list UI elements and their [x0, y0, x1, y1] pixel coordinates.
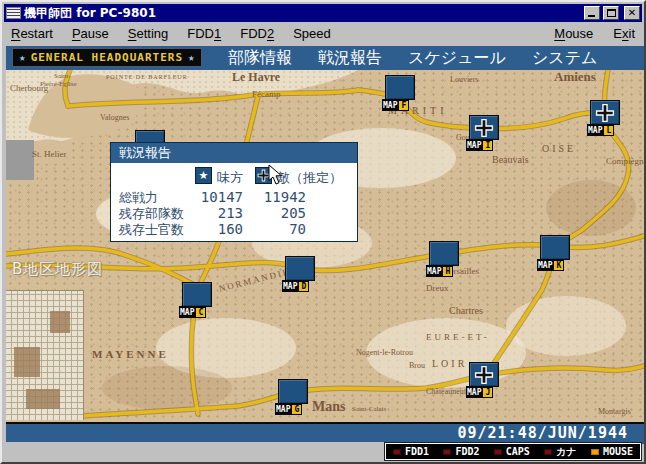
menu-bar: RestartPauseSettingFDD1FDD2Speed MouseEx…	[4, 22, 642, 44]
place-name: Cherbourg	[10, 84, 48, 93]
led-icon	[393, 449, 401, 455]
game-menu-item[interactable]: 戦況報告	[318, 48, 382, 69]
marker-prefix: MAP	[180, 308, 194, 317]
map-marker-C[interactable]	[182, 282, 212, 307]
marker-letter: L	[604, 126, 613, 135]
marker-prefix: MAP	[467, 388, 481, 397]
menu-item-exit[interactable]: Exit	[613, 26, 635, 41]
game-menu-item[interactable]: スケジュール	[408, 48, 506, 69]
german-cross-icon	[595, 103, 615, 123]
map-marker-I[interactable]	[469, 115, 499, 140]
map-marker-label-H[interactable]: MAPH	[426, 265, 453, 277]
map-marker-label-G[interactable]: MAPG	[275, 403, 302, 415]
inset-block	[14, 347, 40, 377]
bottom-status-bar: FDD1FDD2CAPSカナMOUSE	[4, 442, 642, 460]
inset-map-label: B地区地形図	[12, 260, 103, 279]
map-marker-label-C[interactable]: MAPC	[179, 306, 206, 318]
marker-prefix: MAP	[467, 141, 481, 150]
map-gray-block	[6, 140, 34, 180]
menu-item-pause[interactable]: Pause	[72, 26, 109, 41]
maximize-button[interactable]	[603, 6, 619, 20]
place-name: Beauvais	[492, 155, 529, 165]
place-name: St. Helier	[32, 150, 67, 159]
report-row-label: 残存士官数	[119, 221, 184, 239]
battle-report-dialog: 戦況報告 ★ 味方 敵（推定） 総戦力1014711942残存部隊数213205…	[110, 142, 358, 242]
map-marker-label-L[interactable]: MAPL	[587, 124, 614, 136]
indicator-mouse: MOUSE	[591, 446, 633, 457]
indicator-fdd1: FDD1	[393, 446, 429, 457]
map-marker-label-J[interactable]: MAPJ	[466, 386, 493, 398]
place-name: Dreux	[426, 284, 449, 293]
map-marker-label-I[interactable]: MAPI	[466, 139, 493, 151]
map-marker-L[interactable]	[590, 100, 620, 125]
report-enemy-value: 11942	[248, 189, 306, 205]
map-marker-label-K[interactable]: MAPK	[537, 259, 564, 271]
map-marker-label-D[interactable]: MAPD	[282, 280, 309, 292]
marker-letter: K	[554, 261, 563, 270]
marker-prefix: MAP	[383, 101, 397, 110]
indicator-fdd2: FDD2	[443, 446, 479, 457]
map-area: B地区地形図 MAPFMAPIMAPLMAPDMAPCMAPHMAPKMAPGM…	[6, 70, 644, 420]
indicator-カナ: カナ	[544, 445, 576, 459]
game-menu-item[interactable]: システム	[532, 48, 598, 69]
map-marker-H[interactable]	[429, 241, 459, 266]
report-enemy-value: 205	[248, 205, 306, 221]
map-marker-K[interactable]	[540, 235, 570, 260]
menu-item-fdd2[interactable]: FDD2	[240, 26, 274, 41]
map-marker-G[interactable]	[278, 379, 308, 404]
report-ally-value: 160	[185, 221, 243, 237]
report-row: 総戦力1014711942	[111, 189, 359, 205]
place-name: Fécamp	[252, 90, 281, 99]
marker-letter: I	[483, 141, 492, 150]
menu-item-fdd1[interactable]: FDD1	[187, 26, 221, 41]
window-title: 機甲師団 for PC-9801	[24, 5, 581, 22]
marker-letter: H	[443, 267, 452, 276]
menu-left-group: RestartPauseSettingFDD1FDD2Speed	[11, 26, 350, 41]
indicator-label: カナ	[556, 445, 576, 459]
maximize-icon	[607, 9, 616, 17]
close-button[interactable]: ✕	[624, 6, 640, 20]
place-name: Valognes	[100, 114, 129, 122]
place-name: Brou	[409, 362, 425, 370]
game-menu-item[interactable]: 部隊情報	[228, 48, 292, 69]
place-name: MAYENNE	[92, 349, 169, 360]
menu-item-mouse[interactable]: Mouse	[554, 26, 593, 41]
game-screen: B地区地形図 MAPFMAPIMAPLMAPDMAPCMAPHMAPKMAPGM…	[6, 46, 644, 444]
district-b-inset-map	[6, 290, 84, 420]
game-datetime: 09/21:48/JUN/1944	[457, 424, 628, 442]
map-marker-D[interactable]	[285, 256, 315, 281]
report-ally-value: 213	[185, 205, 243, 221]
menu-item-setting[interactable]: Setting	[128, 26, 168, 41]
map-marker-F[interactable]	[385, 75, 415, 100]
enemy-cross-icon	[255, 167, 272, 184]
close-icon: ✕	[628, 8, 636, 18]
hq-banner-text: GENERAL HEADQUARTERS	[31, 51, 183, 64]
inset-block	[50, 311, 70, 333]
report-ally-value: 10147	[185, 189, 243, 205]
place-name: Saint-	[54, 73, 71, 80]
menu-item-restart[interactable]: Restart	[11, 26, 53, 41]
place-name: POINTE DE BARFLEUR	[106, 74, 188, 80]
app-icon	[6, 7, 21, 19]
hq-banner: ★ GENERAL HEADQUARTERS ★	[12, 48, 202, 67]
minimize-icon	[588, 15, 595, 17]
app-window: 機甲師団 for PC-9801 ✕ RestartPauseSettingFD…	[0, 0, 646, 464]
marker-prefix: MAP	[283, 282, 297, 291]
place-name: EURE-ET-	[426, 333, 490, 342]
game-header-bar: ★ GENERAL HEADQUARTERS ★ 部隊情報戦況報告スケジュールシ…	[6, 46, 644, 70]
ally-header: 味方	[217, 169, 243, 187]
menu-item-speed[interactable]: Speed	[293, 26, 331, 41]
inset-block	[26, 389, 60, 409]
map-marker-label-F[interactable]: MAPF	[382, 99, 409, 111]
marker-letter: C	[196, 308, 205, 317]
marker-prefix: MAP	[276, 405, 290, 414]
place-name: Amiens	[554, 70, 596, 83]
report-row: 残存士官数16070	[111, 221, 359, 237]
place-name: Louviers	[450, 76, 478, 84]
place-name: OISE	[542, 144, 576, 154]
minimize-button[interactable]	[584, 6, 600, 20]
map-marker-J[interactable]	[469, 362, 499, 387]
marker-prefix: MAP	[588, 126, 602, 135]
indicator-label: FDD1	[405, 446, 429, 457]
led-icon	[443, 449, 451, 455]
